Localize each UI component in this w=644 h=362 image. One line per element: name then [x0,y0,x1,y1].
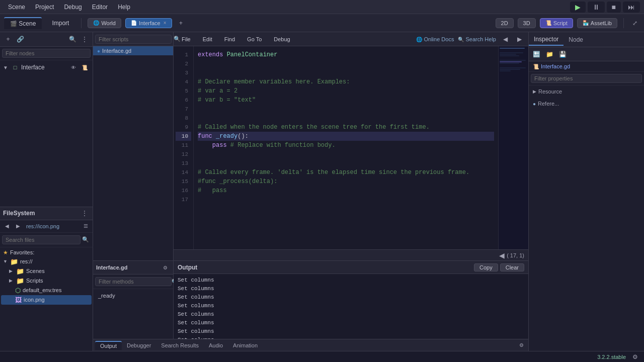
fs-view-btn[interactable]: ☰ [80,221,91,231]
output-tab-debugger[interactable]: Debugger [122,341,156,349]
tree-item-actions: 👁 📜 [68,62,90,72]
output-line-2: Set columns [178,285,524,293]
stop-button[interactable]: ■ [607,2,621,13]
methods-title: Interface.gd [96,264,158,270]
clear-output-btn[interactable]: Clear [500,263,524,272]
mode-3d-btn[interactable]: 3D [518,18,536,28]
bottom-content: Interface.gd ⚙ 🔍 _ready Output C [93,261,528,339]
node-visibility-btn[interactable]: 👁 [68,62,78,72]
output-tabs-bar: Output Debugger Search Results Audio Ani… [93,339,528,351]
cursor-position: ( 17, 1) [507,252,524,258]
script-top-bar: 🔍 File Edit Find Go To Debug 🌐 Online Do… [93,32,528,46]
editor-goto-btn[interactable]: Go To [243,36,266,43]
online-docs-btn[interactable]: 🌐 Online Docs [416,36,454,42]
interface-tab-btn[interactable]: 📄 Interface × [125,18,172,28]
collapse-left-btn[interactable]: ◀ [497,250,507,260]
line-4: 4 [176,77,191,86]
script-mode-btn[interactable]: 📜 Script [540,18,573,28]
fs-scripts-folder[interactable]: ▶ 📁 Scripts [1,276,92,286]
inspector-folder-btn[interactable]: 📁 [544,49,555,60]
search-help-btn[interactable]: 🔍 Search Help [458,36,496,42]
nav-next-btn[interactable]: ▶ [514,34,524,44]
output-line-1: Set columns [178,276,524,285]
inspector-script-name[interactable]: 📜 Interface.gd [529,61,644,72]
output-tab-output[interactable]: Output [95,341,122,350]
line-9: 9 [176,123,191,132]
menu-scene[interactable]: Scene [4,3,29,12]
filter-nodes-input[interactable] [2,49,91,58]
fs-scenes-arrow: ▶ [9,268,14,274]
line-11: 11 [176,141,191,150]
fs-search-input[interactable] [2,235,80,244]
output-tab-animation[interactable]: Animation [228,341,263,349]
fs-search-btn[interactable]: 🔍 [80,235,91,245]
method-ready-item[interactable]: _ready [95,291,171,300]
inspector-resource-header[interactable]: ▶ Resource [533,87,640,96]
inspector-refer-header[interactable]: ● Refere... [533,100,640,108]
world-tab-btn[interactable]: 🌐 World [88,18,121,28]
inspector-filter-input[interactable] [531,74,642,83]
output-tab-search[interactable]: Search Results [156,341,204,349]
node-script-btn[interactable]: 📜 [79,62,90,72]
output-header: Output Copy Clear [174,261,528,274]
inspector-history-btn[interactable]: 🔙 [531,49,542,60]
inspector-resource-label: Resource [538,88,562,95]
mode-2d-btn[interactable]: 2D [496,18,514,28]
code-line-5: # var a = 2 [198,86,494,96]
editor-find-btn[interactable]: Find [220,36,239,43]
status-settings-btn[interactable]: ⚙ [630,352,640,362]
script-file-name: Interface.gd [102,48,131,54]
add-tab-btn[interactable]: + [176,18,186,28]
step-button[interactable]: ⏭ [623,2,640,13]
fs-options-btn[interactable]: ⋮ [79,208,90,218]
add-node-btn[interactable]: + [3,34,13,44]
menu-debug[interactable]: Debug [60,3,86,12]
fs-forward-btn[interactable]: ▶ [13,221,23,231]
expand-btn[interactable]: ⤢ [630,18,640,28]
output-settings-btn[interactable]: ⚙ [516,340,526,350]
top-toolbar: 🎬 Scene Import 🌐 World 📄 Interface × + 2… [0,14,644,32]
filter-methods-input[interactable] [95,277,172,286]
menu-help[interactable]: Help [114,3,134,12]
link-node-btn[interactable]: 🔗 [15,34,25,44]
inspector-section-resource: ▶ Resource [529,85,644,98]
filter-scene-btn[interactable]: 🔍 [67,34,77,44]
fs-favorites[interactable]: ★ Favorites: [1,248,92,257]
fs-icon-png-label: icon.png [24,297,45,303]
scene-options-btn[interactable]: ⋮ [79,34,90,44]
editor-edit-btn[interactable]: Edit [199,36,216,43]
script-file-item-interface[interactable]: ● Interface.gd [93,46,173,55]
code-content[interactable]: extends PanelContainer # Declare member … [194,46,498,249]
output-tab-audio[interactable]: Audio [204,341,228,349]
inspector-filter-row [529,72,644,85]
menu-editor[interactable]: Editor [88,3,112,12]
methods-settings-btn[interactable]: ⚙ [160,262,170,273]
scene-tab[interactable]: 🎬 Scene [4,17,42,29]
code-line-13 [198,159,494,168]
fs-scenes-label: Scenes [26,268,45,274]
fs-res-root[interactable]: ▼ 📁 res:// [1,257,92,266]
code-editor-area: 1 2 3 4 5 6 7 8 9 10 11 12 13 14 [174,46,528,260]
fs-back-btn[interactable]: ◀ [2,221,12,231]
editor-debug-btn[interactable]: Debug [270,36,294,43]
filter-scripts-input[interactable] [95,35,172,44]
nav-prev-btn[interactable]: ◀ [500,34,510,44]
pause-button[interactable]: ⏸ [588,2,605,13]
fs-default-env[interactable]: ⬡ default_env.tres [1,286,92,295]
code-editor[interactable]: 1 2 3 4 5 6 7 8 9 10 11 12 13 14 [174,46,528,249]
tree-item-root[interactable]: ▼ □ Interface 👁 📜 [1,61,92,73]
assetlib-btn[interactable]: 🏪 AssetLib [577,18,617,28]
inspector-tab-node[interactable]: Node [564,34,588,45]
close-interface-tab[interactable]: × [164,20,167,26]
menu-project[interactable]: Project [31,3,58,12]
inspector-tab-inspector[interactable]: Inspector [529,34,564,46]
line-8: 8 [176,114,191,123]
play-button[interactable]: ▶ [570,2,586,13]
code-line-4: # Declare member variables here. Example… [198,77,494,86]
editor-file-btn[interactable]: File [178,36,195,43]
import-tab[interactable]: Import [46,18,75,29]
inspector-save-btn[interactable]: 💾 [557,49,568,60]
fs-icon-png[interactable]: 🖼 icon.png [1,295,92,305]
fs-scenes-folder[interactable]: ▶ 📁 Scenes [1,266,92,276]
copy-output-btn[interactable]: Copy [474,263,498,272]
